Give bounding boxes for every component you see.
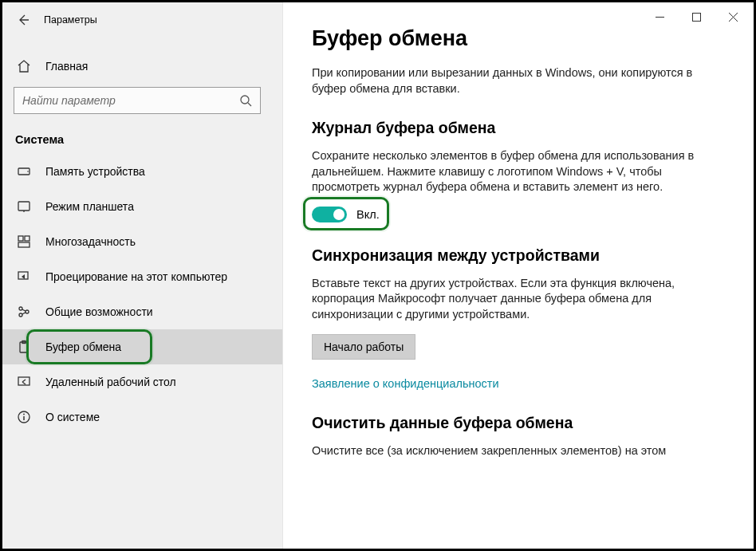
clear-heading: Очистить данные буфера обмена: [312, 414, 725, 432]
svg-rect-12: [18, 242, 30, 247]
svg-point-7: [27, 171, 29, 172]
svg-point-16: [19, 313, 22, 317]
sidebar-item-label: Многозадачность: [45, 235, 136, 248]
svg-line-5: [248, 103, 251, 106]
home-label: Главная: [45, 60, 88, 73]
sync-desc: Вставьте текст на других устройствах. Ес…: [312, 276, 725, 323]
storage-icon: [15, 163, 33, 180]
projecting-icon: [15, 268, 33, 285]
clipboard-history-toggle[interactable]: [312, 207, 347, 222]
sidebar-item-projecting[interactable]: Проецирование на этот компьютер: [2, 259, 282, 294]
clipboard-history-toggle-row: Вкл.: [312, 207, 725, 222]
sidebar-item-label: Общие возможности: [45, 305, 153, 318]
toggle-state-label: Вкл.: [356, 208, 380, 221]
clipboard-icon: [15, 338, 33, 356]
sidebar-item-shared-experiences[interactable]: Общие возможности: [2, 294, 282, 329]
remote-desktop-icon: [15, 373, 33, 391]
clipboard-history-heading: Журнал буфера обмена: [312, 119, 725, 137]
back-button[interactable]: [12, 9, 34, 31]
search-box[interactable]: [14, 87, 261, 114]
settings-window: Параметры Главная Система Память устройс…: [0, 0, 756, 551]
clipboard-history-desc: Сохраните несколько элементов в буфер об…: [312, 148, 725, 195]
svg-point-14: [19, 307, 22, 310]
svg-rect-1: [692, 13, 700, 21]
info-icon: [15, 408, 33, 426]
search-wrap: [2, 82, 282, 125]
sidebar-item-remote-desktop[interactable]: Удаленный рабочий стол: [2, 364, 282, 399]
svg-point-4: [241, 96, 249, 104]
svg-line-18: [22, 313, 26, 314]
get-started-button[interactable]: Начало работы: [312, 334, 415, 360]
page-title: Буфер обмена: [312, 26, 725, 51]
search-input[interactable]: [22, 94, 239, 107]
sidebar-item-label: Буфер обмена: [45, 340, 121, 353]
svg-rect-8: [18, 202, 30, 211]
svg-rect-11: [25, 236, 30, 241]
tablet-icon: [15, 198, 33, 215]
multitask-icon: [15, 233, 33, 250]
sidebar: Параметры Главная Система Память устройс…: [2, 2, 283, 549]
svg-line-17: [22, 309, 26, 311]
svg-point-15: [26, 310, 29, 313]
maximize-button[interactable]: [678, 5, 715, 29]
sidebar-item-label: Проецирование на этот компьютер: [45, 270, 227, 283]
sidebar-item-label: Удаленный рабочий стол: [45, 376, 176, 388]
main-content: Буфер обмена При копировании или вырезан…: [283, 2, 754, 549]
titlebar: Параметры: [2, 7, 282, 33]
sidebar-item-storage[interactable]: Память устройства: [2, 154, 282, 189]
sidebar-item-label: Память устройства: [45, 165, 145, 178]
privacy-link[interactable]: Заявление о конфиденциальности: [312, 377, 725, 390]
sidebar-item-tablet-mode[interactable]: Режим планшета: [2, 189, 282, 224]
sidebar-item-clipboard[interactable]: Буфер обмена: [2, 329, 282, 364]
sidebar-item-multitasking[interactable]: Многозадачность: [2, 224, 282, 259]
intro-text: При копировании или вырезании данных в W…: [312, 65, 725, 96]
svg-rect-10: [18, 236, 23, 241]
minimize-button[interactable]: [641, 5, 678, 29]
toggle-knob: [333, 209, 345, 220]
sidebar-item-about[interactable]: О системе: [2, 399, 282, 435]
sidebar-group-title: Система: [2, 125, 282, 154]
window-controls: [641, 5, 751, 29]
home-nav[interactable]: Главная: [2, 50, 282, 82]
window-title: Параметры: [44, 14, 97, 26]
sidebar-item-label: Режим планшета: [45, 200, 134, 213]
close-button[interactable]: [715, 5, 751, 29]
search-icon: [239, 94, 252, 107]
sync-heading: Синхронизация между устройствами: [312, 246, 725, 265]
sidebar-item-label: О системе: [45, 411, 100, 423]
svg-point-24: [23, 414, 25, 415]
clear-desc: Очистите все (за исключением закрепленны…: [312, 443, 725, 459]
home-icon: [15, 59, 33, 73]
shared-icon: [15, 303, 33, 321]
